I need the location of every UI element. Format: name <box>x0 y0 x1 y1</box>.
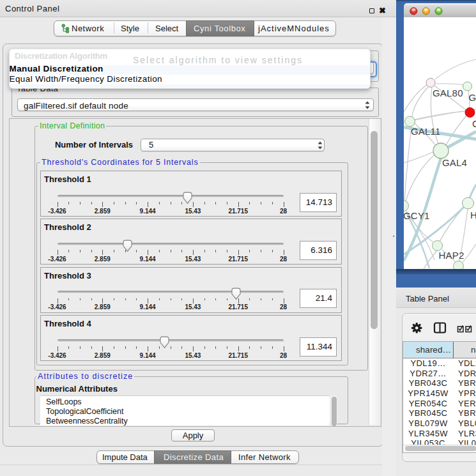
svg-text:GCY1: GCY1 <box>404 210 430 221</box>
svg-text:GA: GA <box>469 92 476 103</box>
svg-text:GAL80: GAL80 <box>433 88 463 98</box>
svg-text:H: H <box>470 210 476 220</box>
svg-text:GAL11: GAL11 <box>411 126 441 137</box>
svg-text:HAP2: HAP2 <box>439 250 464 261</box>
svg-text:C: C <box>472 118 476 129</box>
svg-text:GAL4: GAL4 <box>442 157 467 168</box>
